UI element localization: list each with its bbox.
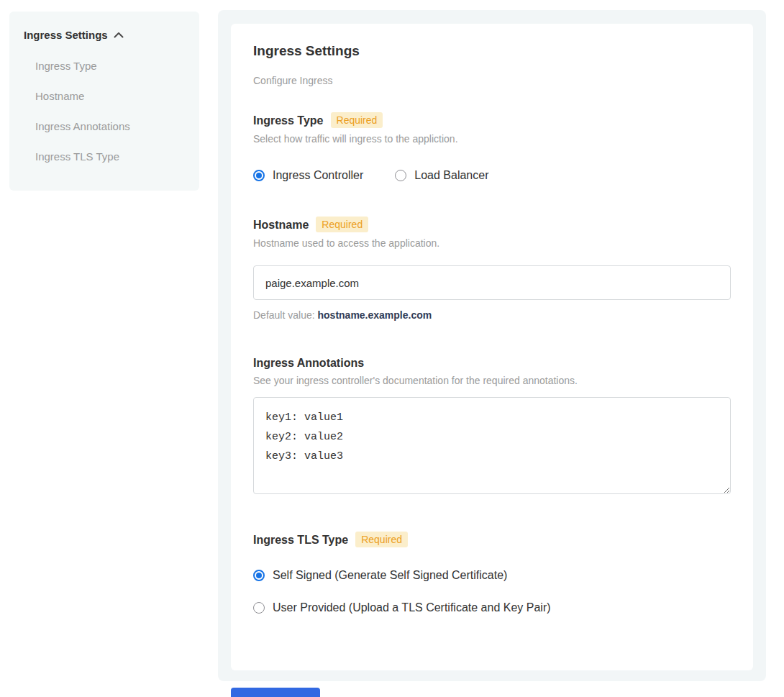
field-hostname: Hostname Required Hostname used to acces… (253, 217, 731, 322)
field-help-text: Select how traffic will ingress to the a… (253, 133, 731, 145)
save-config-button[interactable]: Save config (231, 688, 320, 697)
config-nav-sidebar: Ingress Settings Ingress Type Hostname I… (9, 12, 199, 191)
ingress-type-radio-group: Ingress Controller Load Balancer (253, 168, 731, 182)
sidebar-group-label: Ingress Settings (24, 29, 108, 41)
sidebar-group-ingress-settings[interactable]: Ingress Settings (24, 29, 185, 41)
radio-option-label: Load Balancer (414, 168, 488, 182)
radio-icon[interactable] (253, 570, 265, 581)
field-label: Ingress TLS Type (253, 533, 348, 547)
radio-option-label: Self Signed (Generate Self Signed Certif… (273, 568, 507, 582)
radio-icon[interactable] (253, 602, 265, 614)
radio-option-self-signed[interactable]: Self Signed (Generate Self Signed Certif… (253, 568, 731, 582)
radio-icon[interactable] (395, 170, 406, 181)
sidebar-item-ingress-tls-type[interactable]: Ingress TLS Type (35, 150, 185, 163)
field-label: Hostname (253, 218, 309, 232)
config-panel: Ingress Settings Configure Ingress Ingre… (218, 10, 766, 681)
radio-option-user-provided[interactable]: User Provided (Upload a TLS Certificate … (253, 601, 731, 614)
sidebar-item-list: Ingress Type Hostname Ingress Annotation… (24, 60, 185, 163)
radio-option-load-balancer[interactable]: Load Balancer (395, 168, 488, 182)
field-help-text: Hostname used to access the application. (253, 237, 731, 250)
default-value-line: Default value: hostname.example.com (253, 309, 731, 322)
field-ingress-tls-type: Ingress TLS Type Required Self Signed (G… (253, 532, 731, 614)
chevron-up-icon (114, 32, 124, 38)
field-help-text: See your ingress controller's documentat… (253, 375, 731, 387)
sidebar-item-ingress-type[interactable]: Ingress Type (35, 60, 185, 73)
required-badge: Required (355, 532, 408, 547)
annotations-textarea[interactable]: key1: value1 key2: value2 key3: value3 (253, 397, 731, 494)
page-title: Ingress Settings (253, 43, 731, 59)
hostname-input[interactable] (253, 265, 731, 300)
field-ingress-annotations: Ingress Annotations See your ingress con… (253, 356, 731, 497)
required-badge: Required (316, 217, 368, 232)
radio-option-label: Ingress Controller (273, 168, 363, 182)
default-value-prefix: Default value: (253, 309, 318, 321)
page-subtitle: Configure Ingress (253, 75, 731, 86)
field-label: Ingress Type (253, 114, 324, 127)
field-label: Ingress Annotations (253, 356, 364, 370)
radio-icon[interactable] (253, 170, 265, 181)
radio-option-label: User Provided (Upload a TLS Certificate … (273, 601, 551, 614)
radio-option-ingress-controller[interactable]: Ingress Controller (253, 168, 363, 182)
default-value-text: hostname.example.com (318, 309, 432, 321)
config-group-card: Ingress Settings Configure Ingress Ingre… (231, 24, 753, 670)
sidebar-item-ingress-annotations[interactable]: Ingress Annotations (35, 120, 185, 133)
field-ingress-type: Ingress Type Required Select how traffic… (253, 112, 731, 182)
required-badge: Required (331, 112, 383, 128)
sidebar-item-hostname[interactable]: Hostname (35, 90, 185, 103)
